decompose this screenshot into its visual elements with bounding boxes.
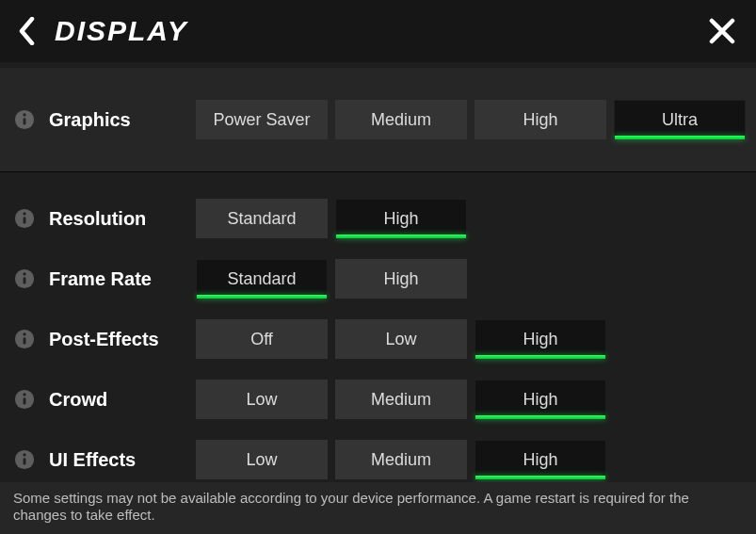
- svg-point-11: [23, 332, 25, 335]
- svg-rect-13: [24, 397, 26, 404]
- option-post-effects-off[interactable]: Off: [196, 319, 328, 359]
- options-group-graphics: Power SaverMediumHighUltra: [196, 100, 746, 139]
- settings-content: GraphicsPower SaverMediumHighUltraResolu…: [0, 62, 756, 479]
- option-frame-rate-high[interactable]: High: [335, 259, 467, 299]
- option-ui-effects-medium[interactable]: Medium: [335, 440, 467, 479]
- options-group-ui-effects: LowMediumHigh: [196, 440, 606, 479]
- option-resolution-standard[interactable]: Standard: [196, 199, 328, 238]
- close-icon: [709, 18, 735, 44]
- svg-rect-1: [24, 118, 26, 124]
- option-resolution-high[interactable]: High: [335, 199, 467, 238]
- svg-point-5: [23, 212, 25, 215]
- info-icon[interactable]: [13, 328, 36, 350]
- setting-row-ui-effects: UI EffectsLowMediumHigh: [0, 440, 756, 479]
- svg-point-8: [23, 272, 25, 275]
- back-button[interactable]: [17, 14, 38, 48]
- option-crowd-high[interactable]: High: [475, 380, 606, 419]
- footer-note: Some settings may not be available accor…: [0, 482, 756, 535]
- setting-label-resolution: Resolution: [49, 208, 190, 230]
- svg-rect-4: [24, 217, 26, 223]
- info-icon[interactable]: [13, 267, 36, 290]
- chevron-left-icon: [18, 17, 37, 45]
- option-crowd-medium[interactable]: Medium: [335, 380, 467, 419]
- svg-rect-10: [24, 337, 26, 344]
- svg-rect-7: [24, 277, 26, 283]
- option-graphics-high[interactable]: High: [475, 100, 606, 139]
- option-crowd-low[interactable]: Low: [196, 380, 328, 419]
- setting-row-resolution: ResolutionStandardHigh: [0, 199, 756, 238]
- svg-point-17: [23, 453, 25, 456]
- info-icon[interactable]: [13, 207, 36, 230]
- setting-row-frame-rate: Frame RateStandardHigh: [0, 259, 756, 299]
- option-graphics-power-saver[interactable]: Power Saver: [196, 100, 328, 139]
- setting-label-ui-effects: UI Effects: [49, 449, 190, 471]
- setting-row-crowd: CrowdLowMediumHigh: [0, 380, 756, 419]
- option-ui-effects-high[interactable]: High: [475, 440, 606, 479]
- setting-row-post-effects: Post-EffectsOffLowHigh: [0, 319, 756, 359]
- page-title: DISPLAY: [55, 15, 188, 47]
- option-frame-rate-standard[interactable]: Standard: [196, 259, 328, 299]
- info-icon[interactable]: [13, 448, 36, 471]
- setting-row-graphics: GraphicsPower SaverMediumHighUltra: [0, 68, 756, 172]
- setting-label-crowd: Crowd: [49, 389, 190, 411]
- options-group-frame-rate: StandardHigh: [196, 259, 467, 299]
- close-button[interactable]: [705, 14, 739, 48]
- svg-rect-16: [24, 458, 26, 464]
- options-group-resolution: StandardHigh: [196, 199, 467, 238]
- option-graphics-ultra[interactable]: Ultra: [614, 100, 746, 139]
- option-ui-effects-low[interactable]: Low: [196, 440, 328, 479]
- setting-label-post-effects: Post-Effects: [49, 329, 190, 350]
- info-icon[interactable]: [13, 388, 36, 411]
- svg-point-14: [23, 393, 25, 396]
- svg-point-2: [23, 113, 25, 116]
- option-post-effects-low[interactable]: Low: [335, 319, 467, 359]
- option-post-effects-high[interactable]: High: [475, 319, 606, 359]
- info-icon[interactable]: [13, 108, 36, 131]
- header-bar: DISPLAY: [0, 0, 756, 62]
- options-group-crowd: LowMediumHigh: [196, 380, 606, 419]
- setting-label-frame-rate: Frame Rate: [49, 268, 190, 290]
- setting-label-graphics: Graphics: [49, 109, 190, 131]
- option-graphics-medium[interactable]: Medium: [335, 100, 467, 139]
- options-group-post-effects: OffLowHigh: [196, 319, 606, 359]
